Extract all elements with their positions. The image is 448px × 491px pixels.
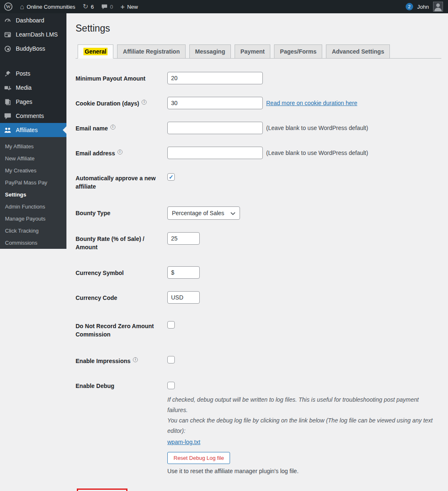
form-row-zero-commission: Do Not Record Zero Amount Commission ✓ <box>76 319 441 339</box>
debug-description: If checked, debug output will be written… <box>167 395 436 436</box>
sidebar-separator <box>0 56 66 66</box>
submenu-item-my-affiliates[interactable]: My Affiliates <box>0 140 66 152</box>
enable-impressions-label: Enable Impressions i <box>76 354 167 365</box>
submenu-item-paypal-mass-pay[interactable]: PayPal Mass Pay <box>0 177 66 189</box>
enable-debug-label: Enable Debug <box>76 382 167 474</box>
sidebar-item-label: Affiliates <box>16 127 38 133</box>
media-icon <box>3 84 12 91</box>
bounty-rate-input[interactable] <box>167 232 200 245</box>
cookie-duration-label: Cookie Duration (days) i <box>76 97 167 109</box>
dashboard-icon <box>3 17 12 24</box>
enable-impressions-label-text: Enable Impressions <box>76 358 130 364</box>
learndash-icon <box>3 31 12 38</box>
tab-messaging[interactable]: Messaging <box>189 44 231 58</box>
affiliates-groups-icon <box>3 127 12 134</box>
cookie-duration-link[interactable]: Read more on cookie duration here <box>266 100 357 106</box>
debug-description-line2: You can check the debug log file by clic… <box>167 415 436 436</box>
red-annotation-box: Save Settings <box>77 489 127 491</box>
sidebar-item-media[interactable]: Media <box>0 81 66 95</box>
home-icon: ⌂ <box>20 3 24 10</box>
sidebar-item-posts[interactable]: Posts <box>0 66 66 81</box>
sidebar-item-comments[interactable]: Comments <box>0 109 66 123</box>
bounty-type-selected-value: Percentage of Sales <box>172 210 224 216</box>
form-row-email-name: Email name i (Leave blank to use WordPre… <box>76 122 441 134</box>
user-avatar[interactable] <box>433 2 443 12</box>
currency-code-label: Currency Code <box>76 291 167 304</box>
email-name-note: (Leave blank to use WordPress default) <box>266 125 368 131</box>
sidebar-item-dashboard[interactable]: Dashboard <box>0 13 66 27</box>
notification-badge[interactable]: 2 <box>406 3 413 10</box>
page-title: Settings <box>76 22 441 34</box>
user-name[interactable]: John <box>417 4 429 10</box>
debug-log-link[interactable]: wpam-log.txt <box>167 439 200 445</box>
cookie-duration-label-text: Cookie Duration (days) <box>76 100 139 107</box>
tab-advanced-settings[interactable]: Advanced Settings <box>326 44 390 58</box>
email-address-input[interactable] <box>167 147 263 159</box>
reset-debug-log-button[interactable]: Reset Debug Log file <box>167 452 230 464</box>
tab-payment[interactable]: Payment <box>235 44 270 58</box>
comments-menu[interactable]: 0 <box>101 4 113 10</box>
save-area: Save Settings <box>77 489 441 491</box>
new-label: New <box>127 4 138 10</box>
admin-bar: W ⌂ Online Communities ↻ 6 0 + New 2 Joh… <box>0 0 448 13</box>
sidebar-item-pages[interactable]: Pages <box>0 95 66 109</box>
submenu-item-commissions[interactable]: Commissions <box>0 237 66 249</box>
comments-bubble-icon <box>101 4 108 10</box>
enable-debug-checkbox[interactable]: ✓ <box>167 382 175 389</box>
auto-approve-label: Automatically approve a new affiliate <box>76 172 167 191</box>
submenu-item-click-tracking[interactable]: Click Tracking <box>0 225 66 237</box>
admin-sidebar: Dashboard LearnDash LMS BuddyBoss Posts … <box>0 13 66 249</box>
submenu-item-admin-functions[interactable]: Admin Functions <box>0 201 66 213</box>
reset-debug-note: Use it to reset the affiliate manager pl… <box>167 468 441 474</box>
updates-menu[interactable]: ↻ 6 <box>83 3 94 10</box>
settings-tab-bar: General Affiliate Registration Messaging… <box>76 44 441 59</box>
comment-icon <box>3 113 12 120</box>
info-icon: i <box>142 100 147 105</box>
new-menu[interactable]: + New <box>120 3 138 10</box>
form-row-auto-approve: Automatically approve a new affiliate ✓ <box>76 172 441 191</box>
email-address-label-text: Email address <box>76 150 115 157</box>
tab-pages-forms[interactable]: Pages/Forms <box>274 44 322 58</box>
plus-icon: + <box>120 3 125 10</box>
bounty-type-select[interactable]: Percentage of Sales <box>167 206 240 220</box>
wp-logo-menu[interactable]: W <box>4 2 12 11</box>
site-name-menu[interactable]: ⌂ Online Communities <box>20 3 75 10</box>
form-row-email-address: Email address i (Leave blank to use Word… <box>76 147 441 159</box>
form-row-minimum-payout: Minimum Payout Amount <box>76 72 441 84</box>
buddyboss-icon <box>3 45 12 52</box>
currency-symbol-input[interactable] <box>167 266 200 279</box>
tab-general[interactable]: General <box>78 44 113 59</box>
sidebar-item-buddyboss[interactable]: BuddyBoss <box>0 42 66 56</box>
submenu-item-my-creatives[interactable]: My Creatives <box>0 164 66 177</box>
auto-approve-checkbox[interactable]: ✓ <box>167 173 175 181</box>
minimum-payout-input[interactable] <box>167 72 263 84</box>
pushpin-icon <box>3 70 12 77</box>
tab-affiliate-registration[interactable]: Affiliate Registration <box>117 44 186 58</box>
form-row-enable-impressions: Enable Impressions i ✓ <box>76 354 441 365</box>
enable-impressions-checkbox[interactable]: ✓ <box>167 356 175 363</box>
sidebar-item-learndash[interactable]: LearnDash LMS <box>0 27 66 42</box>
submenu-item-new-affiliate[interactable]: New Affiliate <box>0 152 66 164</box>
currency-code-input[interactable] <box>167 291 200 304</box>
currency-symbol-label: Currency Symbol <box>76 266 167 279</box>
highlight-annotation: General <box>83 48 108 55</box>
updates-icon: ↻ <box>83 3 88 10</box>
email-address-label: Email address i <box>76 147 167 159</box>
email-name-label-text: Email name <box>76 125 108 132</box>
info-icon: i <box>110 125 115 130</box>
sidebar-item-label: Posts <box>16 70 30 77</box>
submenu-item-manage-payouts[interactable]: Manage Payouts <box>0 213 66 225</box>
form-row-currency-symbol: Currency Symbol <box>76 266 441 279</box>
email-name-input[interactable] <box>167 122 263 134</box>
check-icon: ✓ <box>169 174 174 180</box>
submenu-item-settings[interactable]: Settings <box>0 189 66 201</box>
zero-commission-checkbox[interactable]: ✓ <box>167 321 175 329</box>
email-address-note: (Leave blank to use WordPress default) <box>266 150 368 156</box>
sidebar-item-label: Comments <box>16 113 44 119</box>
sidebar-item-label: Media <box>16 84 32 91</box>
sidebar-item-label: BuddyBoss <box>16 45 45 52</box>
info-icon: i <box>118 150 122 155</box>
site-name: Online Communities <box>27 4 75 10</box>
cookie-duration-input[interactable] <box>167 97 263 109</box>
sidebar-item-affiliates[interactable]: Affiliates <box>0 123 66 137</box>
